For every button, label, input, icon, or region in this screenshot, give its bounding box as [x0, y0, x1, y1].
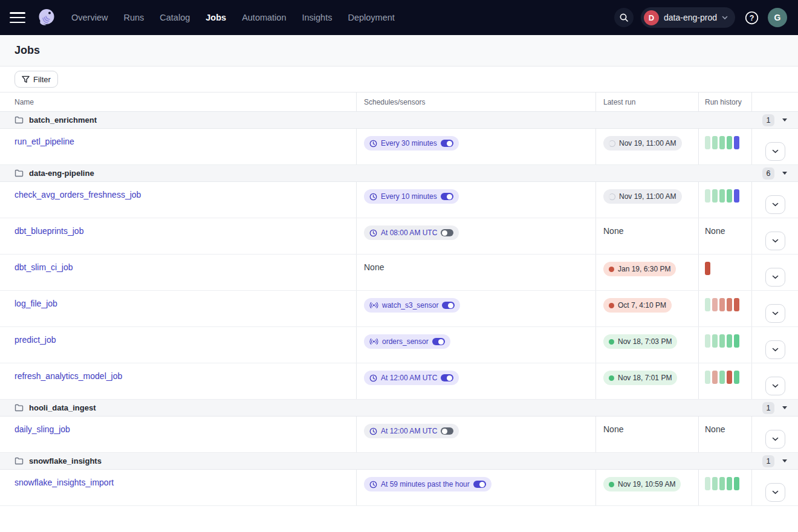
sensor-toggle[interactable] [432, 338, 445, 345]
expand-row-button[interactable] [765, 483, 785, 502]
job-link[interactable]: dbt_slim_ci_job [15, 262, 73, 272]
run-history-chip-success[interactable] [712, 477, 718, 490]
schedule-pill[interactable]: At 59 minutes past the hour [364, 477, 491, 491]
job-link[interactable]: predict_job [15, 335, 56, 345]
run-history-chip-success[interactable] [705, 371, 710, 384]
schedule-toggle[interactable] [441, 140, 453, 147]
run-history-chip-success[interactable] [705, 298, 710, 311]
collapse-caret-icon[interactable] [782, 459, 787, 462]
run-history-chip-success[interactable] [727, 477, 732, 490]
latest-run-time: Oct 7, 4:10 PM [618, 301, 666, 310]
job-link[interactable]: dbt_blueprints_job [15, 226, 83, 236]
job-link[interactable]: run_etl_pipeline [15, 137, 74, 146]
run-history-chip-success[interactable] [712, 334, 718, 348]
schedule-toggle[interactable] [441, 374, 453, 381]
run-history-chip-failure[interactable] [727, 298, 732, 311]
folder-icon [15, 116, 24, 124]
run-history-chip-success[interactable] [705, 477, 710, 490]
menu-icon[interactable] [10, 12, 25, 23]
schedule-pill[interactable]: Every 30 minutes [364, 136, 459, 151]
latest-run-pill[interactable]: Nov 18, 7:01 PM [603, 371, 677, 385]
run-history-chip-failure[interactable] [734, 298, 739, 311]
nav-item-overview[interactable]: Overview [71, 13, 108, 22]
schedule-pill[interactable]: At 08:00 AM UTC [364, 225, 459, 240]
run-history-chip-success[interactable] [719, 334, 725, 348]
nav-item-insights[interactable]: Insights [302, 13, 332, 22]
deployment-switcher[interactable]: D data-eng-prod [641, 7, 735, 28]
sensor-pill[interactable]: watch_s3_sensor [364, 298, 460, 313]
nav-item-runs[interactable]: Runs [123, 13, 144, 22]
schedule-toggle[interactable] [473, 481, 486, 488]
expand-row-button[interactable] [765, 142, 785, 161]
run-history-chip-success[interactable] [719, 477, 725, 490]
run-history-chip-success[interactable] [727, 189, 732, 203]
schedules-sensors-cell: At 59 minutes past the hour [357, 470, 596, 505]
latest-run-pill[interactable]: Nov 18, 7:03 PM [603, 334, 677, 349]
avatar[interactable]: G [768, 8, 787, 27]
run-history-chip-success[interactable] [719, 189, 725, 203]
job-link[interactable]: log_file_job [15, 299, 57, 308]
job-link[interactable]: check_avg_orders_freshness_job [15, 190, 141, 199]
expand-row-button[interactable] [765, 195, 785, 214]
run-history-chip-failure[interactable] [719, 298, 725, 311]
run-history-chip-success[interactable] [734, 477, 739, 490]
latest-run-pill[interactable]: Nov 19, 11:00 AM [603, 136, 682, 151]
column-header-name: Name [0, 92, 357, 111]
chevron-down-icon [722, 16, 728, 20]
search-button[interactable] [614, 8, 634, 27]
run-history-chip-success[interactable] [705, 189, 710, 203]
run-history-chip-failure[interactable] [705, 262, 710, 275]
collapse-caret-icon[interactable] [782, 172, 787, 175]
run-history-chip-in_progress[interactable] [734, 189, 739, 203]
toggle-knob [447, 141, 452, 146]
sensor-pill[interactable]: orders_sensor [364, 334, 450, 349]
latest-run-pill[interactable]: Nov 19, 11:00 AM [603, 189, 682, 204]
latest-run-pill[interactable]: Oct 7, 4:10 PM [603, 298, 672, 313]
job-name-cell: log_file_job [0, 291, 357, 326]
run-history-chip-success[interactable] [719, 371, 725, 384]
expand-row-button[interactable] [765, 232, 785, 250]
schedule-pill[interactable]: Every 10 minutes [364, 189, 459, 204]
schedule-pill[interactable]: At 12:00 AM UTC [364, 424, 459, 438]
schedule-toggle[interactable] [441, 193, 453, 200]
expand-row-button[interactable] [765, 304, 785, 323]
schedule-toggle[interactable] [441, 427, 453, 435]
run-history-chip-success[interactable] [712, 136, 718, 149]
sensor-icon [369, 302, 378, 309]
chevron-down-icon [772, 348, 779, 352]
run-history-chip-success[interactable] [734, 334, 739, 348]
expand-row-button[interactable] [765, 377, 785, 395]
filter-button[interactable]: Filter [15, 71, 58, 88]
run-history-chip-success[interactable] [727, 334, 732, 348]
job-link[interactable]: refresh_analytics_model_job [15, 371, 122, 381]
run-history-chip-success[interactable] [705, 334, 710, 348]
run-history-chip-success[interactable] [727, 136, 732, 149]
help-button[interactable]: ? [742, 8, 761, 27]
run-history-chip-success[interactable] [734, 371, 739, 384]
dagster-logo[interactable] [35, 6, 58, 29]
run-history-chip-failure[interactable] [727, 371, 732, 384]
latest-run-pill[interactable]: Jan 19, 6:30 PM [603, 262, 676, 276]
expand-row-button[interactable] [765, 268, 785, 287]
schedule-pill[interactable]: At 12:00 AM UTC [364, 371, 459, 385]
collapse-caret-icon[interactable] [782, 118, 787, 122]
nav-item-jobs[interactable]: Jobs [206, 13, 226, 22]
chevron-down-icon [772, 311, 779, 316]
schedule-toggle[interactable] [441, 229, 453, 236]
run-history-chip-success[interactable] [705, 136, 710, 149]
nav-item-catalog[interactable]: Catalog [160, 13, 190, 22]
sensor-toggle[interactable] [442, 302, 455, 309]
run-history-chip-in_progress[interactable] [734, 136, 739, 149]
nav-item-deployment[interactable]: Deployment [348, 13, 394, 22]
latest-run-pill[interactable]: Nov 19, 10:59 AM [603, 477, 681, 491]
run-history-chip-success[interactable] [719, 136, 725, 149]
run-history-chip-failure[interactable] [712, 298, 718, 311]
expand-row-button[interactable] [765, 430, 785, 449]
run-history-chip-failure[interactable] [712, 371, 718, 384]
run-history-chip-success[interactable] [712, 189, 718, 203]
collapse-caret-icon[interactable] [782, 406, 787, 409]
job-link[interactable]: snowflake_insights_import [15, 478, 114, 487]
nav-item-automation[interactable]: Automation [242, 13, 286, 22]
job-link[interactable]: daily_sling_job [15, 424, 70, 434]
expand-row-button[interactable] [765, 340, 785, 359]
